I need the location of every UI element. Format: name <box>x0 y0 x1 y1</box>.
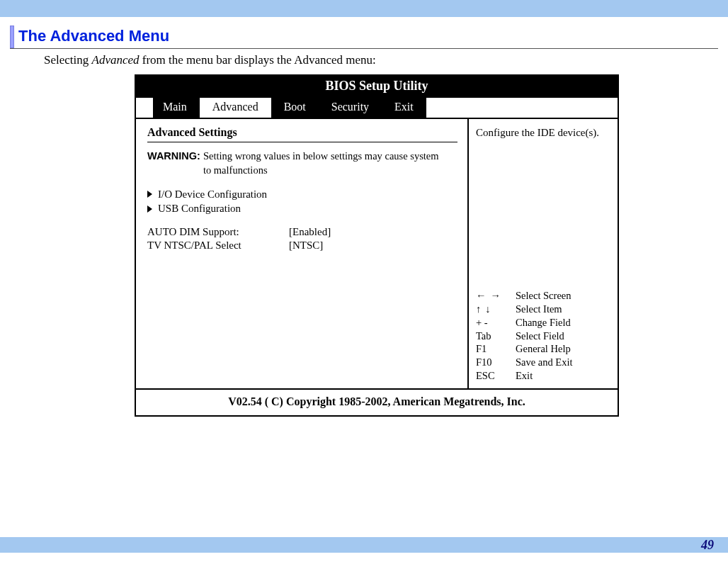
advanced-settings-title: Advanced Settings <box>147 126 457 139</box>
top-band <box>0 0 728 17</box>
tab-exit[interactable]: Exit <box>382 98 426 118</box>
setting-tv-ntsc-pal-label: TV NTSC/PAL Select <box>147 240 289 252</box>
submenu-label: USB Configuration <box>158 201 241 215</box>
legend-key-f10: F10 <box>476 356 516 369</box>
legend-desc: Save and Exit <box>516 356 610 369</box>
menu-bar-inner: Main Advanced Boot Security Exit <box>153 98 426 118</box>
legend-desc: General Help <box>516 342 610 356</box>
legend-desc: Exit <box>516 369 610 383</box>
page-content: The Advanced Menu Selecting Advanced fro… <box>0 17 728 417</box>
legend-row: ← → Select Screen <box>476 289 610 303</box>
legend-desc: Select Item <box>516 303 610 316</box>
submenu-io-device[interactable]: I/O Device Configuration <box>147 187 457 201</box>
section-heading-row: The Advanced Menu <box>10 26 718 49</box>
intro-text: Selecting Advanced from the menu bar dis… <box>44 53 718 67</box>
intro-post: from the menu bar displays the Advanced … <box>140 53 376 67</box>
page-number: 49 <box>701 538 714 553</box>
setting-auto-dim-label: AUTO DIM Support: <box>147 226 289 238</box>
tab-boot[interactable]: Boot <box>271 98 319 118</box>
legend-row: F1 General Help <box>476 342 610 356</box>
section-heading: The Advanced Menu <box>18 26 169 48</box>
legend-key-f1: F1 <box>476 342 516 356</box>
legend-key-arrows-ud: ↑ ↓ <box>476 303 516 316</box>
divider <box>147 142 457 142</box>
settings-grid: AUTO DIM Support: [Enabled] TV NTSC/PAL … <box>147 226 457 252</box>
submenu-label: I/O Device Configuration <box>158 187 267 201</box>
intro-italic: Advanced <box>92 53 140 67</box>
legend-row: + - Change Field <box>476 316 610 329</box>
bios-right-pane: Configure the IDE device(s). ← → Select … <box>469 119 618 388</box>
legend-row: ↑ ↓ Select Item <box>476 303 610 316</box>
triangle-right-icon <box>147 191 152 198</box>
legend-row: Tab Select Field <box>476 329 610 343</box>
triangle-right-icon <box>147 205 152 213</box>
bios-left-pane: Advanced Settings WARNING: Setting wrong… <box>136 119 469 388</box>
intro-pre: Selecting <box>44 53 92 67</box>
tab-main[interactable]: Main <box>153 98 200 118</box>
setting-auto-dim-value[interactable]: [Enabled] <box>289 226 388 238</box>
bios-title-bar: BIOS Setup Utility <box>136 76 618 98</box>
submenu-usb-config[interactable]: USB Configuration <box>147 201 457 215</box>
tab-security[interactable]: Security <box>319 98 382 118</box>
warning-label: WARNING: <box>147 150 200 164</box>
warning-text: Setting wrong values in below settings m… <box>203 150 444 177</box>
warning-row: WARNING: Setting wrong values in below s… <box>147 150 457 177</box>
legend-row: F10 Save and Exit <box>476 356 610 369</box>
bios-menu-bar: Main Advanced Boot Security Exit <box>136 98 618 119</box>
legend-desc: Change Field <box>516 316 610 329</box>
tab-advanced[interactable]: Advanced <box>200 98 271 118</box>
legend-desc: Select Field <box>516 329 610 343</box>
menu-spacer <box>136 98 153 118</box>
bottom-band: 49 <box>0 537 728 553</box>
legend-key-esc: ESC <box>476 369 516 383</box>
bios-footer: V02.54 ( C) Copyright 1985-2002, America… <box>136 388 618 415</box>
legend-key-tab: Tab <box>476 329 516 343</box>
legend-desc: Select Screen <box>516 289 610 303</box>
legend-row: ESC Exit <box>476 369 610 383</box>
bios-body: Advanced Settings WARNING: Setting wrong… <box>136 119 618 388</box>
bios-window: BIOS Setup Utility Main Advanced Boot Se… <box>135 74 619 417</box>
key-legend: ← → Select Screen ↑ ↓ Select Item + - Ch… <box>476 289 610 383</box>
heading-accent-bar <box>10 26 14 48</box>
legend-key-arrows-lr: ← → <box>476 289 516 303</box>
help-text: Configure the IDE device(s). <box>476 126 610 140</box>
setting-tv-ntsc-pal-value[interactable]: [NTSC] <box>289 240 388 252</box>
legend-key-plusminus: + - <box>476 316 516 329</box>
